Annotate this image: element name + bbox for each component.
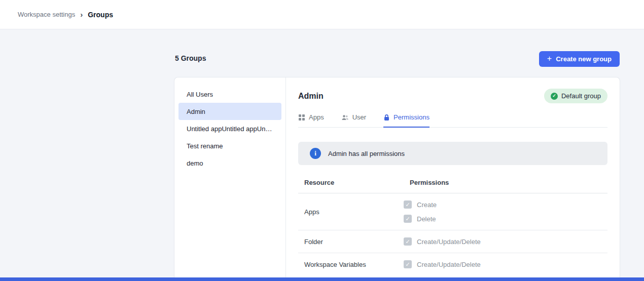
bottom-accent-bar xyxy=(0,277,644,281)
groups-card: All Users Admin Untitled appUntitled app… xyxy=(174,77,620,281)
table-row-workspace-variables: Workspace Variables ✓ Create/Update/Dele… xyxy=(298,253,607,275)
resource-label: Folder xyxy=(298,238,404,246)
chevron-right-icon: › xyxy=(80,10,83,19)
info-banner-text: Admin has all permissions xyxy=(328,150,405,157)
checkbox-checked-disabled[interactable]: ✓ xyxy=(404,260,412,268)
table-row-apps: Apps ✓ Create ✓ Delete xyxy=(298,193,607,230)
group-item-untitled-app[interactable]: Untitled appUntitled appUntitle… xyxy=(178,120,281,137)
table-header-row: Resource Permissions xyxy=(298,174,607,193)
checkbox-checked-disabled[interactable]: ✓ xyxy=(404,200,412,209)
resource-label: Workspace Variables xyxy=(298,261,404,268)
plus-icon: + xyxy=(547,55,552,63)
permissions-table: Resource Permissions Apps ✓ Create ✓ Del… xyxy=(298,174,607,275)
permission-label: Delete xyxy=(417,215,436,223)
permission-apps-create: ✓ Create xyxy=(404,200,607,209)
group-detail-panel: Admin ✓ Default group Apps xyxy=(286,77,620,281)
default-group-badge-label: Default group xyxy=(561,92,601,100)
column-header-permissions: Permissions xyxy=(404,179,607,186)
groups-count-label: 5 Groups xyxy=(175,54,206,62)
permission-workspace-variables-cud: ✓ Create/Update/Delete xyxy=(404,260,607,268)
group-item-all-users[interactable]: All Users xyxy=(178,86,281,103)
top-bar: Workspace settings › Groups xyxy=(0,0,644,29)
users-icon xyxy=(341,114,349,121)
permission-label: Create/Update/Delete xyxy=(417,238,481,246)
group-item-demo[interactable]: demo xyxy=(178,154,281,172)
info-icon: i xyxy=(310,148,321,159)
permission-apps-delete: ✓ Delete xyxy=(404,215,607,223)
lock-icon xyxy=(383,114,390,121)
group-item-test-rename[interactable]: Test rename xyxy=(178,137,281,154)
check-circle-icon: ✓ xyxy=(551,93,558,100)
tab-apps[interactable]: Apps xyxy=(298,113,324,128)
group-item-admin[interactable]: Admin xyxy=(178,103,281,120)
column-header-resource: Resource xyxy=(298,179,404,186)
checkbox-checked-disabled[interactable]: ✓ xyxy=(404,237,412,246)
group-tabs: Apps User xyxy=(298,113,607,128)
create-new-group-label: Create new group xyxy=(556,55,612,63)
grid-icon xyxy=(298,114,305,121)
table-row-folder: Folder ✓ Create/Update/Delete xyxy=(298,230,607,253)
tab-permissions[interactable]: Permissions xyxy=(383,113,430,128)
permission-label: Create/Update/Delete xyxy=(417,261,481,268)
tab-user[interactable]: User xyxy=(341,113,366,128)
tab-permissions-label: Permissions xyxy=(393,113,430,121)
tab-apps-label: Apps xyxy=(309,113,324,121)
permissions-info-banner: i Admin has all permissions xyxy=(298,142,607,165)
group-item-label: Untitled appUntitled appUntitle… xyxy=(187,125,273,133)
create-new-group-button[interactable]: + Create new group xyxy=(539,51,620,67)
resource-label: Apps xyxy=(298,208,404,216)
checkbox-checked-disabled[interactable]: ✓ xyxy=(404,215,412,223)
breadcrumb-workspace-settings[interactable]: Workspace settings xyxy=(18,11,75,18)
group-title: Admin xyxy=(298,92,324,101)
group-item-label: Test rename xyxy=(187,142,223,150)
permission-folder-cud: ✓ Create/Update/Delete xyxy=(404,237,607,246)
group-item-label: Admin xyxy=(187,108,205,115)
breadcrumb-current-groups: Groups xyxy=(88,11,113,19)
group-item-label: All Users xyxy=(187,91,213,98)
tab-user-label: User xyxy=(352,113,366,121)
group-item-label: demo xyxy=(187,159,203,167)
permission-label: Create xyxy=(417,201,437,209)
default-group-badge: ✓ Default group xyxy=(544,89,607,103)
group-list: All Users Admin Untitled appUntitled app… xyxy=(174,77,286,281)
